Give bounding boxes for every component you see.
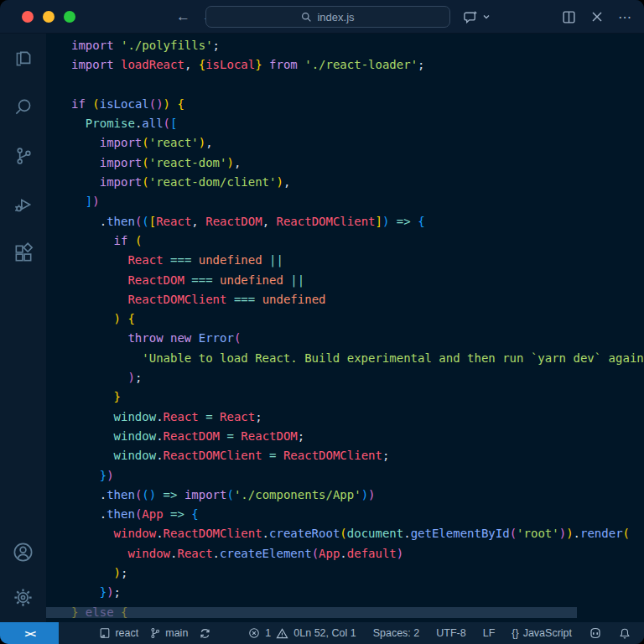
command-center-search[interactable]: index.js: [205, 6, 450, 28]
command-center-label: index.js: [317, 11, 354, 23]
error-count: 1: [265, 627, 271, 639]
code-line[interactable]: }): [71, 466, 644, 486]
code-line[interactable]: );: [71, 368, 644, 387]
indentation[interactable]: Spaces: 2: [373, 627, 420, 639]
code-line[interactable]: ReactDOM === undefined ||: [71, 271, 644, 290]
code-line[interactable]: throw new Error(: [71, 329, 644, 348]
code-line[interactable]: window.ReactDOM = ReactDOM;: [71, 427, 644, 446]
editor-pane[interactable]: import './polyfills';import loadReact, {…: [46, 34, 644, 622]
copilot-chat-icon[interactable]: [463, 9, 479, 25]
code-line[interactable]: .then(() => import('./components/App')): [71, 486, 644, 505]
sync-icon: [199, 627, 211, 640]
error-icon: [248, 627, 260, 639]
copilot-icon[interactable]: [589, 626, 602, 640]
code-line[interactable]: import('react-dom/client'),: [71, 173, 644, 192]
vscode-window: ← → index.js: [0, 0, 644, 644]
code-line[interactable]: Promise.all([: [71, 114, 644, 133]
workspace-label: react: [115, 627, 138, 639]
code-line[interactable]: if (isLocal()) {: [71, 95, 644, 114]
code-line[interactable]: [71, 75, 644, 95]
run-debug-icon[interactable]: [12, 193, 35, 216]
code-line[interactable]: import loadReact, {isLocal} from './reac…: [71, 55, 644, 75]
traffic-lights: [22, 11, 75, 23]
code-area[interactable]: import './polyfills';import loadReact, {…: [46, 34, 644, 622]
language-mode[interactable]: {} JavaScript: [512, 627, 572, 639]
search-icon: [301, 12, 312, 23]
language-label: JavaScript: [523, 627, 572, 639]
code-line[interactable]: import('react'),: [71, 133, 644, 153]
settings-gear-icon[interactable]: [12, 585, 35, 609]
code-line[interactable]: window.React.createElement(App.default): [71, 544, 644, 564]
branch-item[interactable]: main: [149, 627, 188, 639]
sync-item[interactable]: [199, 627, 211, 640]
split-editor-icon[interactable]: [562, 10, 576, 24]
cursor-position[interactable]: Ln 52, Col 1: [299, 627, 356, 639]
code-line[interactable]: .then(([React, ReactDOM, ReactDOMClient]…: [71, 212, 644, 231]
more-actions-icon[interactable]: ⋯: [618, 9, 632, 25]
window-icon: [99, 627, 111, 639]
activity-bar: [0, 34, 46, 622]
branch-label: main: [165, 627, 188, 639]
problems-item[interactable]: 1 0: [248, 627, 299, 640]
code-line[interactable]: if (: [71, 231, 644, 251]
code-line[interactable]: window.ReactDOMClient.createRoot(documen…: [71, 524, 644, 543]
maximize-window-button[interactable]: [64, 11, 75, 23]
code-line[interactable]: window.ReactDOMClient = ReactDOMClient;: [71, 446, 644, 465]
explorer-icon[interactable]: [12, 47, 35, 70]
warning-count: 0: [293, 627, 299, 639]
encoding[interactable]: UTF-8: [436, 627, 465, 639]
minimize-window-button[interactable]: [43, 11, 55, 23]
horizontal-scrollbar[interactable]: [46, 607, 577, 618]
bell-icon[interactable]: [619, 627, 631, 640]
code-line[interactable]: });: [71, 583, 644, 602]
code-line[interactable]: ]): [71, 192, 644, 211]
code-line[interactable]: 'Unable to load React. Build experimenta…: [71, 349, 644, 368]
code-line[interactable]: }: [71, 387, 644, 407]
close-window-button[interactable]: [22, 11, 34, 23]
workspace-item[interactable]: react: [99, 627, 138, 639]
code-line[interactable]: import './polyfills';: [71, 36, 644, 55]
code-line[interactable]: ReactDOMClient === undefined: [71, 290, 644, 309]
code-line[interactable]: .then(App => {: [71, 505, 644, 524]
source-control-icon[interactable]: [12, 144, 35, 168]
git-branch-icon: [149, 627, 161, 639]
code-line[interactable]: React === undefined ||: [71, 251, 644, 270]
search-icon[interactable]: [12, 96, 35, 119]
back-arrow-icon[interactable]: ←: [176, 8, 190, 25]
code-line[interactable]: ) {: [71, 309, 644, 329]
eol-sequence[interactable]: LF: [483, 627, 496, 639]
extensions-icon[interactable]: [12, 242, 35, 265]
accounts-icon[interactable]: [12, 540, 35, 564]
code-line[interactable]: );: [71, 564, 644, 583]
remote-icon: ><: [24, 627, 34, 640]
braces-icon: {}: [512, 627, 518, 639]
warning-icon: [276, 627, 288, 640]
titlebar: ← → index.js: [0, 0, 644, 34]
code-line[interactable]: window.React = React;: [71, 408, 644, 427]
close-icon[interactable]: [591, 11, 603, 23]
status-bar: >< react main: [0, 622, 644, 644]
code-line[interactable]: import('react-dom'),: [71, 153, 644, 173]
remote-indicator[interactable]: ><: [0, 622, 59, 644]
chevron-down-icon[interactable]: [482, 13, 491, 21]
